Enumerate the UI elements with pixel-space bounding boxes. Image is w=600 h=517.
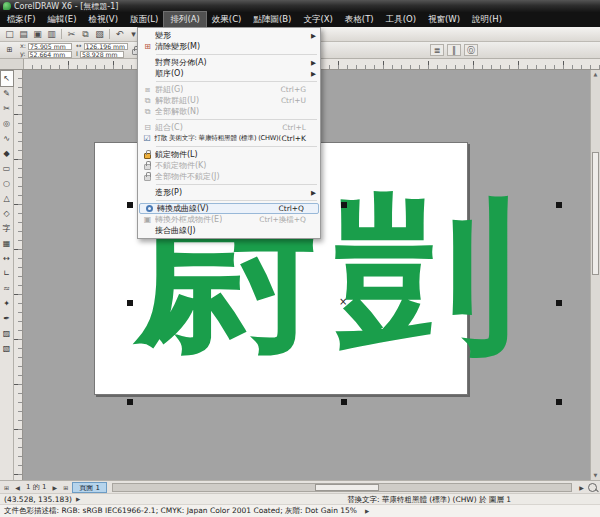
- group-icon: ⧈: [140, 85, 155, 95]
- text-tool[interactable]: 字: [1, 221, 13, 236]
- menu-item-convert-to-curves[interactable]: 轉換成曲線(V) Ctrl+Q: [139, 203, 319, 214]
- menu-edit[interactable]: 編輯(E): [42, 12, 83, 27]
- selection-handle-top-middle[interactable]: [341, 202, 347, 208]
- selection-handle-middle-right[interactable]: [556, 300, 562, 306]
- new-document-icon[interactable]: □: [3, 28, 16, 41]
- pick-tool[interactable]: ↖: [1, 71, 13, 86]
- selection-handle-middle-left[interactable]: [127, 300, 133, 306]
- cursor-coordinates: (43.528, 135.183): [4, 495, 72, 504]
- crop-tool[interactable]: ✂: [1, 101, 13, 116]
- selection-handle-top-right[interactable]: [556, 202, 562, 208]
- last-page-button[interactable]: ▶: [50, 484, 59, 491]
- selection-handle-top-left[interactable]: [127, 202, 133, 208]
- table-tool[interactable]: ▦: [1, 236, 13, 251]
- smart-fill-tool[interactable]: ◆: [1, 146, 13, 161]
- add-page-button-right[interactable]: ⊞: [61, 484, 70, 491]
- menu-tools[interactable]: 工具(O): [380, 12, 422, 27]
- scroll-right-icon[interactable]: ▶: [577, 484, 586, 491]
- arrange-menu-popup: 變形 ▶ ⊞ 清除變形(M) 對齊與分佈(A) ▶ 順序(O) ▶ ⧈ 群組(G…: [137, 27, 321, 239]
- object-height-field[interactable]: 58.928 mm: [80, 51, 124, 58]
- unlock-all-icon: [144, 175, 151, 181]
- rectangle-tool[interactable]: ▭: [1, 161, 13, 176]
- save-icon[interactable]: ▣: [31, 28, 44, 41]
- cut-icon[interactable]: ✂: [65, 28, 78, 41]
- window-title: CorelDRAW X6 - [無標題-1]: [14, 1, 118, 12]
- y-label: y:: [20, 50, 26, 58]
- menu-separator: [156, 184, 317, 185]
- connector-tool[interactable]: ∟: [1, 266, 13, 281]
- menu-item-break-apart[interactable]: ☑ 打散 美術文字: 華康特粗黑體 (標準) (CHW)(B) Ctrl+K: [138, 133, 320, 144]
- document-color-profile: 文件色彩描述檔: RGB: sRGB IEC61966-2.1; CMYK: J…: [4, 506, 357, 516]
- page-counter: 1 的 1: [24, 482, 48, 492]
- x-position-field[interactable]: 75.905 mm: [28, 43, 72, 50]
- selection-handle-bottom-middle[interactable]: [341, 399, 347, 405]
- selection-center-marker[interactable]: ×: [339, 298, 347, 306]
- polygon-tool[interactable]: △: [1, 191, 13, 206]
- title-bar: CorelDRAW X6 - [無標題-1]: [0, 0, 600, 12]
- height-icon: Ⅰ: [76, 50, 78, 58]
- vertical-scrollbar[interactable]: ▲ ▼: [590, 70, 600, 480]
- vertical-ruler[interactable]: [14, 70, 23, 480]
- menu-item-shaping[interactable]: 造形(P) ▶: [138, 187, 320, 198]
- menu-arrange[interactable]: 排列(A): [164, 12, 205, 27]
- ellipse-tool[interactable]: ○: [1, 176, 13, 191]
- open-icon[interactable]: ▤: [17, 28, 30, 41]
- submenu-arrow-icon: ▶: [311, 59, 316, 67]
- horizontal-scroll-thumb[interactable]: [315, 484, 379, 491]
- menu-item-clear-transformations[interactable]: ⊞ 清除變形(M): [138, 41, 320, 52]
- undo-icon[interactable]: ↶: [113, 28, 126, 41]
- menu-table[interactable]: 表格(T): [339, 12, 380, 27]
- scroll-down-icon[interactable]: ▼: [591, 471, 600, 480]
- app-logo-icon: [3, 2, 11, 10]
- text-align-icon[interactable]: ≣: [430, 44, 444, 56]
- menu-item-lock-object[interactable]: 鎖定物件(L): [138, 149, 320, 160]
- dimension-tool[interactable]: ↔: [1, 251, 13, 266]
- clear-transform-icon: ⊞: [140, 42, 155, 51]
- profile-flyout-icon[interactable]: ▶: [365, 508, 369, 514]
- page-tab[interactable]: 頁面 1: [72, 482, 107, 493]
- menu-item-unlock-object: 不鎖定物件(K): [138, 160, 320, 171]
- blend-tool[interactable]: ≈: [1, 281, 13, 296]
- freehand-tool[interactable]: ∿: [1, 131, 13, 146]
- menu-separator: [156, 54, 317, 55]
- y-position-field[interactable]: 52.664 mm: [28, 51, 72, 58]
- toolbar-separator: [109, 29, 110, 39]
- add-page-button[interactable]: ⊞: [2, 484, 11, 491]
- outline-pen-tool[interactable]: ✒: [1, 311, 13, 326]
- menu-effects[interactable]: 效果(C): [206, 12, 248, 27]
- selection-handle-bottom-right[interactable]: [556, 399, 562, 405]
- menu-item-align-distribute[interactable]: 對齊與分佈(A) ▶: [138, 57, 320, 68]
- menu-layout[interactable]: 版面(L): [124, 12, 164, 27]
- eyedropper-tool[interactable]: ✦: [1, 296, 13, 311]
- coords-flyout-icon[interactable]: ▶: [76, 496, 80, 502]
- horizontal-scrollbar[interactable]: [112, 483, 572, 492]
- object-width-field[interactable]: 126.196 mm: [84, 43, 128, 50]
- fill-tool[interactable]: ▨: [1, 326, 13, 341]
- copy-icon[interactable]: ⧉: [79, 28, 92, 41]
- vertical-scroll-thumb[interactable]: [592, 152, 599, 275]
- paste-icon[interactable]: ▧: [93, 28, 106, 41]
- menu-item-transformations[interactable]: 變形 ▶: [138, 30, 320, 41]
- selection-handle-bottom-left[interactable]: [127, 399, 133, 405]
- menu-file[interactable]: 檔案(F): [1, 12, 42, 27]
- toolbar-separator: [61, 29, 62, 39]
- shape-tool[interactable]: ✎: [1, 86, 13, 101]
- zoom-tool[interactable]: ◎: [1, 116, 13, 131]
- first-page-button[interactable]: ◀: [13, 484, 22, 491]
- navigator-magnifier-icon[interactable]: [588, 483, 597, 492]
- drop-cap-icon[interactable]: Ⓞ: [464, 44, 478, 56]
- menu-text[interactable]: 文字(X): [297, 12, 338, 27]
- menu-item-order[interactable]: 順序(O) ▶: [138, 68, 320, 79]
- menu-help[interactable]: 說明(H): [466, 12, 508, 27]
- menu-view[interactable]: 檢視(V): [83, 12, 124, 27]
- menu-bitmaps[interactable]: 點陣圖(B): [247, 12, 297, 27]
- scroll-up-icon[interactable]: ▲: [591, 70, 600, 79]
- interactive-fill-tool[interactable]: ▧: [1, 341, 13, 356]
- menu-window[interactable]: 視窗(W): [422, 12, 466, 27]
- ruler-origin-corner[interactable]: [0, 59, 24, 69]
- menu-item-join-curves[interactable]: 接合曲線(J): [138, 225, 320, 236]
- basic-shapes-tool[interactable]: ◇: [1, 206, 13, 221]
- text-columns-icon[interactable]: ‖: [447, 44, 461, 56]
- submenu-arrow-icon: ▶: [311, 70, 316, 78]
- print-icon[interactable]: ▥: [45, 28, 58, 41]
